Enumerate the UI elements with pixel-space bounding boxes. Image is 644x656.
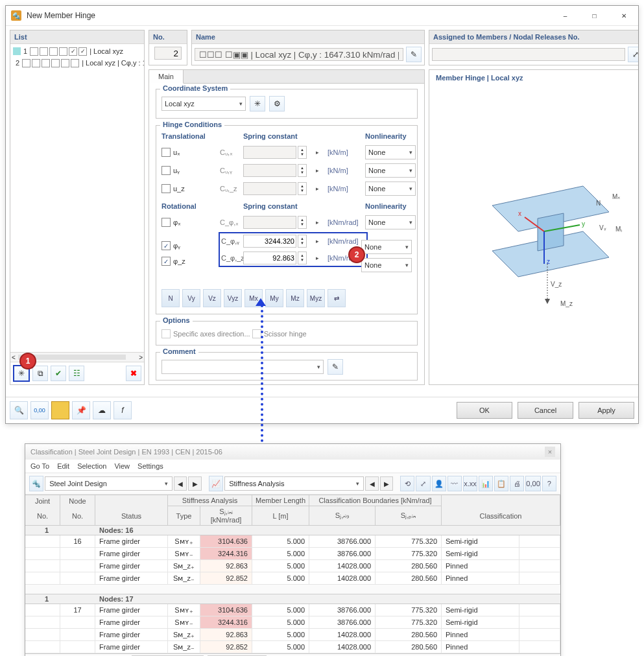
grid-group-row: 1Nodes: 17	[25, 594, 560, 604]
new-member-hinge-dialog: 🔩 New Member Hinge – □ ✕ List 1	[5, 5, 639, 424]
menu-goto[interactable]: Go To	[30, 462, 49, 470]
uz-checkbox[interactable]: u_z	[161, 184, 220, 193]
comment-edit-button[interactable]: ✎	[328, 359, 343, 375]
phiz-checkbox[interactable]: φ_z	[161, 257, 185, 266]
opt-axes-checkbox[interactable]: Specific axes direction...	[161, 329, 250, 338]
prev-button[interactable]: ◀	[365, 476, 378, 491]
preset-all-button[interactable]: ⇄	[328, 289, 346, 307]
cphiy-input[interactable]	[244, 236, 296, 246]
scroll-left-icon[interactable]: <	[12, 354, 16, 361]
phiz-nonlinearity-select[interactable]: None	[361, 258, 412, 272]
grid-cell: 3244.316	[200, 548, 252, 560]
goto-icon[interactable]: ▸	[315, 238, 328, 244]
copy-entry-button[interactable]: ⧉	[32, 366, 48, 381]
phix-nonlinearity-select[interactable]: None	[365, 215, 416, 229]
maximize-button[interactable]: □	[580, 6, 609, 25]
no-input[interactable]	[154, 47, 182, 60]
ok-button[interactable]: OK	[457, 402, 512, 419]
close-icon[interactable]: ×	[545, 447, 555, 457]
list-item[interactable]: 1 | Local xyz	[10, 45, 144, 57]
comment-select[interactable]	[161, 360, 324, 374]
tab-main[interactable]: Main	[149, 70, 184, 84]
help-icon[interactable]: ?	[542, 476, 556, 491]
scroll-right-icon[interactable]: >	[139, 354, 143, 361]
uy-nonlinearity-select[interactable]: None	[365, 163, 416, 178]
tool-button[interactable]: 〰	[447, 476, 462, 491]
preset-myz-button[interactable]: Myz	[307, 289, 325, 307]
goto-icon[interactable]: ▸	[315, 255, 328, 261]
goto-icon[interactable]: ▸	[315, 149, 328, 156]
tool-button[interactable]: x.xx	[463, 476, 477, 491]
apply-button[interactable]: Apply	[578, 402, 634, 419]
preset-vyz-button[interactable]: Vyz	[224, 289, 242, 307]
delete-entry-button[interactable]: ✖	[126, 366, 141, 381]
assigned-input[interactable]	[432, 48, 625, 61]
script-button[interactable]: f	[113, 401, 132, 419]
tool-button[interactable]: ⤢	[416, 476, 430, 491]
cphiz-input[interactable]	[244, 253, 296, 263]
next-button[interactable]: ▶	[188, 476, 201, 491]
tool-button[interactable]: 📊	[479, 476, 493, 491]
goto-icon[interactable]: ▸	[315, 219, 328, 226]
preset-my-button[interactable]: My	[265, 289, 283, 307]
phiy-nonlinearity-select[interactable]: None	[361, 240, 412, 254]
coord-sys-select[interactable]: Local xyz	[161, 97, 246, 111]
list-item[interactable]: 2 | Local xyz | Cφ,y : 1	[10, 57, 144, 69]
checkbox-icon	[69, 47, 77, 56]
next-button[interactable]: ▶	[380, 476, 393, 491]
preset-vy-button[interactable]: Vy	[182, 289, 200, 307]
minimize-button[interactable]: –	[551, 6, 580, 25]
units-button[interactable]: 0,00	[30, 401, 49, 419]
prev-button[interactable]: ◀	[174, 476, 187, 491]
preset-vz-button[interactable]: Vz	[203, 289, 221, 307]
grid-cell: 14028.000	[309, 560, 376, 572]
grid-cell	[519, 572, 560, 585]
menu-edit[interactable]: Edit	[57, 462, 69, 470]
uy-checkbox[interactable]: uᵧ	[161, 166, 220, 175]
tool-button[interactable]: 📋	[494, 476, 508, 491]
phix-checkbox[interactable]: φₓ	[161, 218, 220, 227]
phiy-checkbox[interactable]: φᵧ	[161, 241, 185, 250]
svg-text:x: x	[518, 210, 521, 217]
pick-member-button[interactable]: ⤢	[628, 47, 638, 62]
tool-button[interactable]: 0,00	[525, 476, 540, 491]
uz-nonlinearity-select[interactable]: None	[365, 182, 416, 196]
menu-selection[interactable]: Selection	[77, 462, 106, 470]
pin-button[interactable]: 📌	[72, 401, 90, 419]
tool-button[interactable]: 🖨	[510, 476, 524, 491]
analysis-icon[interactable]: 📈	[209, 476, 223, 491]
preset-n-button[interactable]: N	[161, 289, 180, 307]
goto-icon[interactable]: ▸	[315, 167, 328, 174]
new-cs-button[interactable]: ✳	[250, 96, 265, 111]
grid-cell: 38766.000	[309, 616, 376, 629]
check-button[interactable]: ✔	[51, 366, 66, 381]
cloud-button[interactable]: ☁	[93, 401, 111, 419]
tool-button[interactable]: ⟲	[400, 476, 414, 491]
results-grid[interactable]: JointNodeStiffness AnalysisMember Length…	[25, 495, 560, 653]
list-body[interactable]: 1 | Local xyz 2	[10, 44, 144, 352]
preset-mz-button[interactable]: Mz	[286, 289, 304, 307]
edit-name-button[interactable]: ✎	[406, 47, 422, 62]
goto-icon[interactable]: ▸	[315, 185, 328, 192]
grid-header: No.	[60, 506, 95, 526]
grid-cell	[60, 641, 95, 653]
analysis-combo[interactable]: Stiffness Analysis	[224, 476, 364, 491]
name-input[interactable]	[195, 48, 403, 61]
cs-settings-button[interactable]: ⚙	[269, 96, 285, 111]
grid-cell: Sᴍʏ₋	[168, 548, 200, 560]
color-button[interactable]	[51, 401, 69, 419]
cancel-button[interactable]: Cancel	[518, 402, 573, 419]
callout-badge-1: 1	[19, 353, 36, 369]
tree-button[interactable]: ☷	[69, 366, 84, 381]
grid-cell: 3104.636	[200, 535, 252, 548]
ux-checkbox[interactable]: uₓ	[161, 148, 220, 157]
grid-cell: Frame girder	[95, 535, 168, 548]
help-button[interactable]: 🔍	[10, 401, 28, 419]
design-icon[interactable]: 🔩	[29, 476, 43, 491]
design-combo[interactable]: Steel Joint Design	[45, 476, 173, 491]
tool-button[interactable]: 👤	[432, 476, 446, 491]
menu-view[interactable]: View	[114, 462, 130, 470]
menu-settings[interactable]: Settings	[137, 462, 163, 470]
ux-nonlinearity-select[interactable]: None	[365, 145, 416, 159]
close-button[interactable]: ✕	[609, 6, 638, 25]
